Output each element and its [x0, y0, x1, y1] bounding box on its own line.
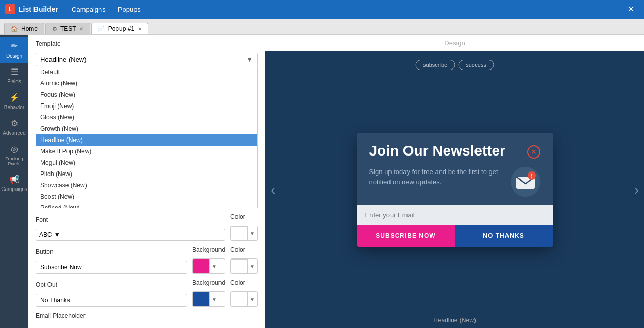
app-close-button[interactable]: ✕	[623, 3, 639, 16]
tab-test-close[interactable]: ✕	[79, 26, 83, 32]
template-item-default[interactable]: Default	[36, 66, 257, 78]
template-section: Template Headline (New) ▼	[36, 40, 258, 66]
template-item-mogul[interactable]: Mogul (New)	[36, 157, 257, 168]
tab-popup-label: Popup #1	[108, 25, 134, 32]
button-text-input[interactable]	[36, 261, 187, 274]
button-color-group: Color ▼	[230, 246, 258, 274]
color-arrow-optout-bg[interactable]: ▼	[209, 292, 219, 306]
behavior-icon: ⚡	[9, 93, 20, 102]
font-label: Font	[36, 216, 225, 223]
color-arrow-button-color[interactable]: ▼	[247, 259, 257, 273]
template-item-refined[interactable]: Refined (New)	[36, 202, 257, 208]
color-swatch-optout-bg	[193, 292, 209, 306]
panel-scroll[interactable]: Template Headline (New) ▼ Default Atomic…	[28, 35, 265, 328]
optout-color-group: Color ▼	[230, 279, 258, 307]
tracking-icon: ◎	[11, 144, 18, 154]
popup-subscribe-button[interactable]: SUBSCRIBE NOW	[357, 225, 455, 247]
color-group: Color ▼	[230, 213, 258, 241]
font-group: Font ABC ▼	[36, 216, 225, 241]
preview-canvas: subscribe success ‹ Join Our Newsletter …	[265, 51, 644, 328]
tab-home[interactable]: 🏠 Home	[4, 23, 44, 34]
preview-header: Design	[265, 35, 644, 51]
color-picker-optout-bg[interactable]: ▼	[192, 291, 225, 307]
nav-item-advanced[interactable]: ⚙ Advanced	[0, 114, 28, 140]
template-item-makeitpop[interactable]: Make It Pop (New)	[36, 146, 257, 157]
color-swatch-font	[231, 226, 247, 240]
tab-popup[interactable]: 📄 Popup #1 ✕	[91, 23, 148, 34]
dropdown-arrow-icon: ▼	[246, 56, 253, 63]
font-arrow-icon: ▼	[54, 231, 60, 238]
template-item-gloss[interactable]: Gloss (New)	[36, 112, 257, 123]
font-select[interactable]: ABC ▼	[36, 229, 225, 241]
popup-close-icon[interactable]: ✕	[527, 145, 540, 159]
design-icon: ✏	[11, 41, 18, 51]
popup-email-row	[357, 205, 553, 225]
template-dropdown[interactable]: Headline (New) ▼	[36, 53, 258, 66]
prev-arrow[interactable]: ‹	[265, 177, 280, 203]
tab-test-label: TEST	[60, 25, 76, 32]
subscribe-tab-label: subscribe	[423, 62, 447, 68]
font-color-row: Font ABC ▼ Color ▼	[36, 213, 258, 241]
email-placeholder-group: Email Placeholder	[36, 312, 258, 322]
tab-popup-close[interactable]: ✕	[138, 26, 142, 32]
preview-tabs: subscribe success	[415, 60, 494, 70]
optout-text-input[interactable]	[36, 294, 187, 307]
template-selected: Headline (New)	[40, 56, 87, 63]
color-swatch-button-color	[231, 259, 247, 273]
top-bar: L List Builder Campaigns Popups ✕	[0, 0, 644, 19]
nav-item-behavior[interactable]: ⚡ Behavior	[0, 89, 28, 114]
preview-tab-success[interactable]: success	[458, 60, 494, 70]
color-picker-button-color[interactable]: ▼	[230, 258, 258, 274]
app-logo: L List Builder	[5, 4, 58, 14]
nav-item-tracking[interactable]: ◎ Tracking Pixels	[0, 140, 28, 170]
optout-row: Opt Out Background ▼ Color ▼	[36, 279, 258, 307]
preview-tab-subscribe[interactable]: subscribe	[415, 60, 455, 70]
nav-label-advanced: Advanced	[3, 130, 25, 136]
app-title: List Builder	[19, 5, 58, 13]
color-picker-button-bg[interactable]: ▼	[192, 258, 225, 274]
nav-popups[interactable]: Popups	[113, 4, 146, 15]
template-item-emoji[interactable]: Emoji (New)	[36, 100, 257, 112]
popup-title: Join Our Newsletter	[369, 143, 527, 159]
campaigns-icon: 📢	[9, 175, 20, 184]
tab-test[interactable]: ⚙ TEST ✕	[45, 23, 90, 34]
popup-nothanks-button[interactable]: NO THANKS	[455, 225, 553, 247]
color-arrow-button-bg[interactable]: ▼	[209, 259, 219, 273]
color-picker-font[interactable]: ▼	[230, 226, 258, 241]
preview-area: Design subscribe success ‹ Join Our News…	[265, 35, 644, 328]
nav-label-tracking: Tracking Pixels	[2, 156, 26, 166]
template-item-growth[interactable]: Growth (New)	[36, 123, 257, 134]
color-swatch-button-bg	[193, 259, 209, 273]
home-icon: 🏠	[11, 26, 18, 32]
template-item-boost[interactable]: Boost (New)	[36, 191, 257, 202]
color-arrow-font[interactable]: ▼	[247, 226, 257, 240]
popup-email-input[interactable]	[357, 205, 553, 225]
preview-header-label: Design	[444, 39, 465, 47]
top-nav: Campaigns Popups	[66, 4, 146, 15]
popup-description: Sign up today for free and be the first …	[369, 167, 504, 187]
template-dropdown-list[interactable]: Default Atomic (New) Focus (New) Emoji (…	[36, 66, 258, 208]
template-item-pitch[interactable]: Pitch (New)	[36, 168, 257, 180]
nav-campaigns[interactable]: Campaigns	[66, 4, 111, 15]
template-item-atomic[interactable]: Atomic (New)	[36, 78, 257, 89]
advanced-icon: ⚙	[11, 118, 18, 128]
email-placeholder-label: Email Placeholder	[36, 312, 258, 319]
button-color-label: Color	[230, 246, 258, 253]
fields-icon: ☰	[11, 67, 18, 77]
nav-item-design[interactable]: ✏ Design	[0, 37, 28, 63]
template-item-focus[interactable]: Focus (New)	[36, 89, 257, 100]
template-name-label: Headline (New)	[433, 317, 476, 324]
color-arrow-optout-color[interactable]: ▼	[247, 292, 257, 306]
top-bar-left: L List Builder Campaigns Popups	[5, 4, 146, 15]
color-picker-optout-color[interactable]: ▼	[230, 291, 258, 307]
nav-item-campaigns[interactable]: 📢 Campaigns	[0, 170, 28, 196]
template-item-headline[interactable]: Headline (New)	[36, 134, 257, 146]
popup-icon: 📄	[98, 26, 105, 32]
panel: Template Headline (New) ▼ Default Atomic…	[28, 35, 265, 328]
popup-body: Sign up today for free and be the first …	[357, 167, 553, 205]
popup-card-header: Join Our Newsletter ✕	[357, 133, 553, 167]
template-item-showcase[interactable]: Showcase (New)	[36, 180, 257, 191]
main-content: ✏ Design ☰ Fields ⚡ Behavior ⚙ Advanced …	[0, 35, 644, 328]
nav-item-fields[interactable]: ☰ Fields	[0, 63, 28, 89]
next-arrow[interactable]: ›	[629, 177, 644, 203]
